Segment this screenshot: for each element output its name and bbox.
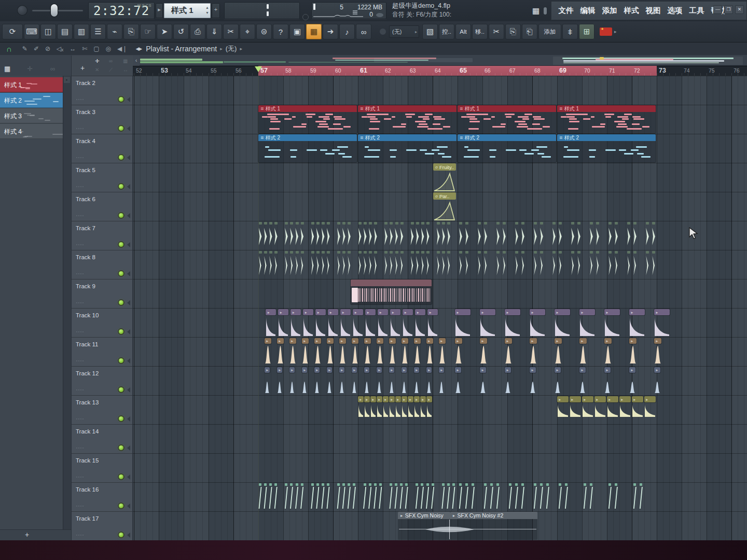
track-resize-handle[interactable] <box>127 533 130 538</box>
clip-menu-icon[interactable]: ≣ <box>460 135 463 140</box>
audio-slice[interactable] <box>496 222 500 248</box>
picker-collapse-button[interactable]: ▸ <box>64 77 70 83</box>
audio-slice[interactable] <box>384 251 388 277</box>
mixer-button[interactable]: ▥ <box>74 24 89 39</box>
hit-clip-header[interactable]: ► <box>328 309 338 315</box>
hit-clip-header[interactable]: ► <box>654 367 660 373</box>
audio-slice[interactable] <box>571 222 575 248</box>
hit-clip-header[interactable]: ► <box>629 367 635 373</box>
audio-slice[interactable] <box>533 222 537 248</box>
language-flag-button[interactable] <box>600 27 612 36</box>
audio-slice[interactable] <box>300 251 305 277</box>
clip-menu-icon[interactable]: ≣ <box>260 135 264 140</box>
playlist-button[interactable]: ▦ <box>306 24 322 39</box>
playlist-grid[interactable]: ≣样式 1≣样式 1≣样式 1≣样式 1≣样式 2≣样式 2≣样式 2≣样式 2… <box>133 76 747 540</box>
clip-header[interactable]: ≣样式 1 <box>458 105 556 112</box>
audio-slice[interactable] <box>321 222 325 248</box>
paint-tool-icon[interactable]: ✐ <box>34 45 39 52</box>
audio-slice[interactable] <box>400 222 404 248</box>
automation-tab[interactable]: ∞ <box>50 65 55 73</box>
audio-slice[interactable] <box>521 251 525 277</box>
select-tool-icon[interactable]: ▢ <box>93 45 99 52</box>
audio-slice[interactable] <box>363 251 367 277</box>
audio-slice[interactable] <box>608 483 612 509</box>
track-led[interactable] <box>119 300 123 305</box>
audio-slice[interactable] <box>465 483 468 509</box>
cpu-panel[interactable]: 5 1222 MB 0 <box>311 2 386 19</box>
audio-slice[interactable] <box>447 222 451 248</box>
delete-icon[interactable]: ✕ <box>95 67 99 73</box>
audio-slice[interactable] <box>284 483 288 509</box>
audio-slice[interactable] <box>508 483 512 509</box>
audio-slice[interactable] <box>627 222 631 248</box>
hit-clip-header[interactable]: ► <box>265 338 271 344</box>
hit-clip-header[interactable]: ► <box>403 309 413 315</box>
audio-slice[interactable] <box>614 251 618 277</box>
audio-slice[interactable] <box>295 222 299 248</box>
track-led[interactable] <box>119 503 123 508</box>
track-resize-handle[interactable] <box>127 242 130 247</box>
hit-clip-header[interactable]: ► <box>579 338 587 344</box>
audio-slice[interactable] <box>384 222 388 248</box>
audio-slice[interactable] <box>374 251 378 277</box>
audio-slice[interactable] <box>596 222 600 248</box>
playlist-scrollbar-minimap[interactable]: ‹ <box>133 55 747 66</box>
move-tool-button[interactable]: 移.. <box>472 24 488 39</box>
automation-clip-Par..[interactable]: σPar.. <box>433 192 456 220</box>
clip-header[interactable]: ≣样式 1 <box>557 105 656 112</box>
pointer-button[interactable]: ➤ <box>157 24 172 39</box>
audio-slice[interactable] <box>326 483 330 509</box>
audio-slice[interactable] <box>258 483 262 509</box>
loop-region[interactable] <box>258 66 657 76</box>
audio-slice[interactable] <box>395 222 399 248</box>
track-led[interactable] <box>119 271 123 276</box>
save-button[interactable]: ⎙ <box>190 24 205 39</box>
clip-header[interactable] <box>351 279 432 286</box>
hit-clip-header[interactable]: ► <box>619 396 631 402</box>
touch-button[interactable]: ☞ <box>140 24 156 39</box>
audio-slice[interactable] <box>342 251 346 277</box>
audio-slice[interactable] <box>496 483 500 509</box>
shopping-cart-button[interactable]: ⊞ <box>579 24 594 39</box>
arrangement-selector[interactable]: (无) <box>226 44 237 53</box>
wave-tab[interactable]: ✛ <box>27 65 33 73</box>
pattern-clip-样式 2[interactable]: ≣样式 2 <box>557 134 656 162</box>
picker-item-样式 4[interactable]: 样式 4 <box>0 124 63 139</box>
audio-slice[interactable] <box>300 222 305 248</box>
audio-slice[interactable] <box>546 483 549 509</box>
hit-clip-header[interactable]: ► <box>378 309 388 315</box>
audio-slice[interactable] <box>400 251 404 277</box>
audio-slice[interactable] <box>405 483 408 509</box>
audio-slice[interactable] <box>564 483 568 509</box>
hit-clip-header[interactable]: ► <box>654 309 670 315</box>
audio-slice[interactable] <box>258 251 262 277</box>
hit-clip-header[interactable]: ► <box>352 367 357 373</box>
export-button[interactable]: ⇓ <box>206 24 222 39</box>
automation-clip-Fruity..[interactable]: σFruity.. <box>433 163 456 191</box>
audio-slice[interactable] <box>269 251 273 277</box>
clip-header[interactable]: ≣样式 2 <box>258 134 357 141</box>
hit-clip-header[interactable]: ► <box>389 396 395 402</box>
track-resize-handle[interactable] <box>127 155 130 160</box>
audio-slice[interactable] <box>540 483 543 509</box>
audio-slice[interactable] <box>311 251 315 277</box>
audio-slice[interactable] <box>342 222 346 248</box>
undo-button[interactable]: ↺ <box>173 24 189 39</box>
audio-slice[interactable] <box>577 251 581 277</box>
audio-slice[interactable] <box>358 222 362 248</box>
add-pattern-button[interactable]: + <box>25 530 29 539</box>
hit-clip-header[interactable]: ► <box>339 367 344 373</box>
track-led[interactable] <box>119 445 123 450</box>
scroll-left-arrow[interactable]: ‹ <box>133 55 140 66</box>
hit-clip-header[interactable]: ► <box>530 367 536 373</box>
pattern-spinner[interactable]: ▲▼ <box>205 5 209 16</box>
track-led[interactable] <box>119 155 123 160</box>
hit-clip-header[interactable]: ► <box>414 367 419 373</box>
audio-slice[interactable] <box>471 483 475 509</box>
copy-tool-button[interactable]: ⎘ <box>505 24 521 39</box>
hit-clip-header[interactable]: ► <box>315 309 326 315</box>
clip-menu-icon[interactable]: ≣ <box>360 106 364 111</box>
hit-clip-header[interactable]: ► <box>480 309 495 315</box>
clip-menu-icon[interactable]: ≣ <box>260 106 264 111</box>
audio-slice[interactable] <box>347 222 351 248</box>
